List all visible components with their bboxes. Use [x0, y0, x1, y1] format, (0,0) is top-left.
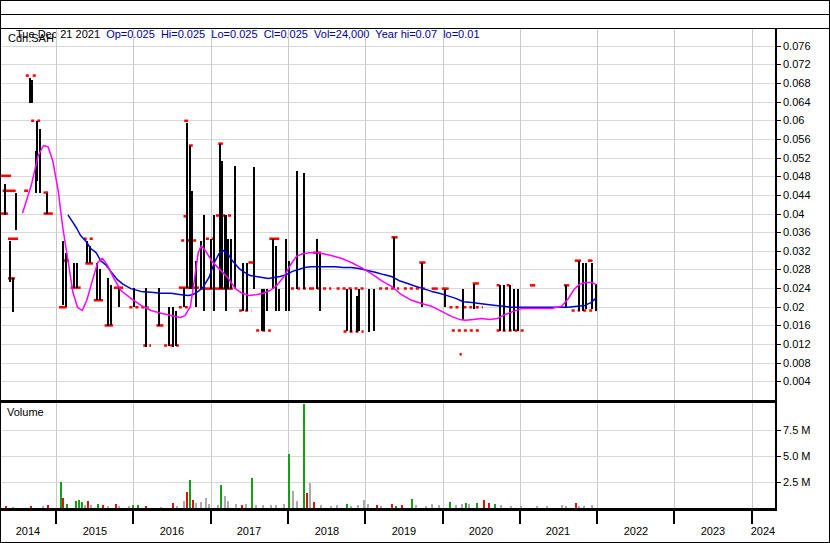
axis-tick-mark: [777, 344, 781, 345]
year-tick-mark: [751, 511, 753, 524]
axis-tick-mark: [777, 64, 781, 65]
hilo-bar: [133, 288, 135, 308]
volume-bar: [224, 496, 226, 509]
hilo-bar: [513, 289, 515, 331]
year-tick-mark: [132, 511, 134, 524]
hilo-bar: [346, 289, 348, 331]
axis-tick-label: 0.06: [783, 114, 804, 126]
stock-chart-window: Historic Chart for Cdn:SAH by Stockwatch…: [0, 0, 830, 543]
axis-tick-label: 0.064: [783, 96, 811, 108]
year-label: 2024: [735, 525, 791, 537]
hilo-bar: [168, 307, 170, 345]
year-tick-mark: [596, 511, 598, 524]
axis-tick-label: 0.072: [783, 58, 811, 70]
hilo-bar: [253, 167, 255, 288]
axis-tick-mark: [777, 158, 781, 159]
hilo-bar: [65, 253, 67, 308]
volume-bar: [75, 501, 77, 508]
volume-bar: [483, 500, 485, 508]
year-label: 2023: [685, 525, 741, 537]
axis-tick-label: 0.032: [783, 245, 811, 257]
hilo-bar: [462, 289, 464, 321]
axis-tick-mark: [777, 120, 781, 121]
volume-bar: [292, 491, 294, 508]
axis-tick-label: 0.052: [783, 152, 811, 164]
axis-tick-mark: [777, 381, 781, 382]
hilo-bar: [234, 166, 236, 289]
axis-tick-mark: [777, 232, 781, 233]
hilo-bar: [29, 78, 31, 103]
axis-tick-label: 0.044: [783, 189, 811, 201]
axis-tick-label: 0.056: [783, 133, 811, 145]
volume-bar: [62, 498, 64, 508]
hilo-bar: [319, 253, 321, 311]
hilo-bar: [225, 215, 227, 310]
quote-bar: Tue Dec 21 2021 Op=0.025 Hi=0.025 Lo=0.0…: [1, 15, 829, 28]
axis-tick-label: 0.016: [783, 319, 811, 331]
hilo-bar: [183, 288, 185, 308]
axis-tick-label: 7.5 M: [783, 424, 811, 436]
volume-bar: [78, 500, 80, 508]
hilo-bar: [73, 263, 75, 288]
hilo-bar: [219, 144, 221, 289]
symbol-label: Cdn:SAH: [8, 32, 54, 44]
hilo-bar: [4, 184, 6, 216]
hilo-bar: [275, 246, 277, 311]
volume-bar: [220, 485, 222, 508]
year-tick-mark: [442, 511, 444, 524]
hilo-bar: [582, 263, 584, 311]
year-tick-mark: [673, 511, 675, 524]
axis-tick-label: 0.008: [783, 357, 811, 369]
year-tick-mark: [55, 511, 57, 524]
hilo-bar: [503, 285, 505, 330]
hilo-bar: [46, 193, 48, 214]
hilo-bar: [272, 239, 274, 289]
axis-tick-label: 2.5 M: [783, 476, 811, 488]
year-label: 2020: [453, 525, 509, 537]
volume-bar: [227, 501, 229, 508]
axis-tick-label: 0.012: [783, 338, 811, 350]
axis-tick-mark: [777, 325, 781, 326]
axis-tick-mark: [777, 139, 781, 140]
volume-bar: [288, 454, 290, 508]
axis-tick-label: 0.036: [783, 226, 811, 238]
axis-tick-label: 0.028: [783, 263, 811, 275]
volume-bar: [183, 501, 185, 508]
axis-tick-mark: [777, 83, 781, 84]
hilo-bar: [303, 173, 305, 289]
year-label: 2017: [221, 525, 277, 537]
hilo-bar: [62, 241, 64, 306]
hilo-bar: [373, 289, 375, 331]
hilo-bar: [261, 289, 263, 331]
hilo-bar: [393, 237, 395, 288]
hilo-bar: [421, 263, 423, 308]
hilo-bar: [278, 289, 280, 311]
volume-panel-label: Volume: [7, 406, 44, 418]
year-tick-mark: [287, 511, 289, 524]
year-tick-mark: [519, 511, 521, 524]
volume-bar: [186, 492, 188, 508]
chart-title-bar: Historic Chart for Cdn:SAH by Stockwatch…: [1, 1, 829, 15]
axis-tick-label: 0.004: [783, 375, 811, 387]
axis-tick-mark: [777, 102, 781, 103]
hilo-bar: [172, 307, 174, 347]
volume-bar: [205, 498, 207, 508]
year-tick-mark: [364, 511, 366, 524]
year-label: 2016: [144, 525, 200, 537]
year-label: 2019: [376, 525, 432, 537]
axis-tick-label: 0.02: [783, 301, 804, 313]
volume-bar: [363, 500, 365, 508]
year-label: 2015: [67, 525, 123, 537]
hilo-bar: [12, 278, 14, 312]
hilo-bar: [145, 288, 147, 348]
volume-bar: [189, 480, 191, 508]
hilo-bar: [444, 289, 446, 308]
hilo-bar: [118, 288, 120, 308]
hilo-bar: [358, 289, 360, 331]
hilo-bar: [9, 241, 11, 282]
year-label: 2021: [530, 525, 586, 537]
axis-tick-mark: [777, 363, 781, 364]
hilo-bar: [107, 278, 109, 325]
volume-bar: [296, 501, 298, 508]
axis-tick-mark: [777, 288, 781, 289]
